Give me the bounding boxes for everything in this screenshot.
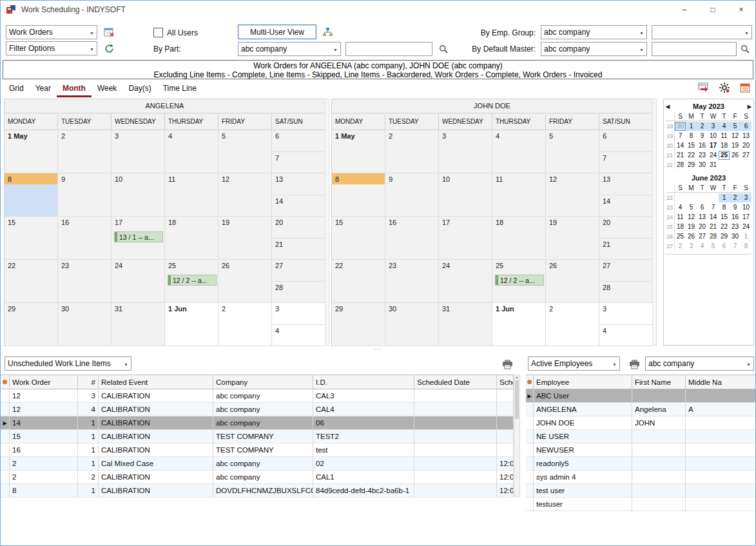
calendar-day-cell[interactable]: 1 May	[5, 130, 58, 173]
print-icon[interactable]	[627, 357, 641, 371]
calendar-day-cell[interactable]: 1713 / 1 -- a...	[111, 217, 165, 260]
mini-calendar-day[interactable]: 16	[730, 213, 741, 222]
calendar-day-cell[interactable]: 14	[272, 195, 325, 217]
calendar-day-cell[interactable]: 10	[439, 173, 492, 217]
mini-calendar-day[interactable]: 8	[741, 242, 751, 251]
maximize-button[interactable]: □	[699, 1, 727, 18]
emp-group-select[interactable]: abc company	[541, 25, 647, 39]
calendar-day-cell[interactable]: 20	[599, 217, 653, 239]
mini-calendar-day[interactable]: 22	[686, 151, 697, 160]
table-row[interactable]: test user	[526, 484, 756, 498]
mini-calendar-day[interactable]: 2	[697, 122, 708, 131]
mini-calendar-day[interactable]: 4	[697, 242, 708, 251]
mini-calendar-day[interactable]: 20	[741, 141, 751, 150]
table-row[interactable]: testuser	[526, 498, 756, 511]
mini-calendar-day[interactable]: 2	[675, 242, 686, 251]
emp-group-secondary-select[interactable]	[652, 25, 752, 39]
calendar-day-cell[interactable]: 22	[332, 260, 385, 303]
mini-calendar-day[interactable]: 22	[719, 222, 730, 231]
mini-calendar-day[interactable]: 1	[741, 232, 751, 241]
mini-calendar-day[interactable]: 8	[719, 203, 730, 212]
calendar-day-cell[interactable]: 23	[58, 260, 111, 303]
line-items-filter-select[interactable]: Unscheduled Work Line Items	[5, 356, 131, 371]
calendar-day-cell[interactable]: 30	[385, 303, 439, 346]
multi-user-chart-icon[interactable]	[320, 25, 334, 39]
calendar-day-cell[interactable]: 1 May	[332, 130, 385, 173]
calendar-schedule-icon[interactable]	[102, 25, 116, 39]
calendar-day-cell[interactable]: 24	[439, 260, 492, 303]
column-header[interactable]: #	[78, 375, 99, 389]
minimize-button[interactable]: –	[670, 1, 699, 18]
default-master-select[interactable]: abc company	[541, 42, 647, 56]
calendar-day-cell[interactable]: 5	[218, 130, 272, 173]
mini-calendar-day[interactable]: 19	[686, 222, 697, 231]
calendar-day-cell[interactable]: 21	[272, 239, 325, 260]
mini-calendar-day[interactable]: 17	[741, 213, 751, 222]
multi-user-view-button[interactable]: Multi-User View	[238, 24, 316, 39]
calendar-day-cell[interactable]: 29	[332, 303, 385, 346]
mini-calendar-day[interactable]: 21	[675, 151, 686, 160]
calendar-day-cell[interactable]: 22	[5, 260, 58, 303]
mini-calendar-day[interactable]: 23	[730, 222, 741, 231]
mini-calendar-day[interactable]: 11	[719, 132, 730, 141]
table-row[interactable]: JOHN DOEJOHN	[526, 416, 756, 430]
calendar-day-cell[interactable]: 11	[492, 173, 546, 217]
calendar-day-cell[interactable]: 5	[546, 130, 599, 173]
column-header[interactable]: I.D.	[313, 375, 414, 389]
table-row[interactable]: 21Cal Mixed Caseabc company0212:00:0	[1, 457, 514, 471]
calendar-day-cell[interactable]: 16	[58, 217, 111, 260]
tab-grid[interactable]: Grid	[3, 81, 30, 97]
settings-gear-icon[interactable]	[719, 83, 730, 93]
calendar-day-cell[interactable]: 18	[165, 217, 218, 260]
calendar-day-cell[interactable]: 26	[546, 260, 599, 303]
mini-calendar-day[interactable]: 12	[686, 213, 697, 222]
filter-options-select[interactable]: Filter Options	[6, 41, 97, 55]
calendar-day-cell[interactable]: 3	[272, 303, 325, 325]
horizontal-splitter[interactable]: ···	[1, 347, 755, 354]
calendar-day-cell[interactable]: 9	[385, 173, 439, 217]
event-chip[interactable]: 12 / 2 -- a...	[168, 275, 217, 286]
view-mode-select[interactable]: Work Orders	[6, 25, 97, 39]
calendar-day-cell[interactable]: 1 Jun	[492, 303, 546, 346]
mini-calendar-day[interactable]: 25	[719, 151, 730, 160]
mini-calendar-day[interactable]: 1	[719, 193, 730, 202]
tab-month[interactable]: Month	[57, 81, 92, 97]
mini-calendar-day[interactable]: 31	[708, 161, 719, 170]
calendar-day-cell[interactable]: 6	[272, 130, 325, 152]
default-master-search-input[interactable]	[652, 42, 737, 56]
mini-calendar-day[interactable]: 7	[675, 132, 686, 141]
mini-calendar-day[interactable]: 30	[697, 161, 708, 170]
export-schedule-icon[interactable]	[697, 83, 709, 93]
mini-calendar-day[interactable]: 28	[708, 232, 719, 241]
calendar-day-cell[interactable]: 18	[492, 217, 546, 260]
mini-calendar-day[interactable]: 4	[719, 122, 730, 131]
print-icon[interactable]	[500, 357, 514, 371]
mini-calendar-day[interactable]: 17	[708, 141, 719, 150]
mini-calendar-day[interactable]: 29	[686, 161, 697, 170]
calendar-day-cell[interactable]: 31	[111, 303, 165, 346]
calendar-day-cell[interactable]: 3	[111, 130, 165, 173]
mini-calendar-day[interactable]: 16	[697, 141, 708, 150]
by-part-search-input[interactable]	[345, 42, 432, 56]
by-part-select[interactable]: abc company	[238, 42, 341, 56]
calendar-day-cell[interactable]: 9	[58, 173, 111, 217]
calendar-day-cell[interactable]: 7	[272, 152, 325, 174]
event-chip[interactable]: 12 / 2 -- a...	[495, 275, 544, 286]
mini-calendar-day[interactable]: 5	[708, 242, 719, 251]
calendar-day-cell[interactable]: 21	[599, 239, 653, 260]
calendar-day-cell[interactable]: 15	[5, 217, 58, 260]
mini-calendar-day[interactable]: 5	[730, 122, 741, 131]
column-header[interactable]: Related Event	[99, 375, 213, 389]
mini-calendar-day[interactable]: 19	[730, 141, 741, 150]
tab-week[interactable]: Week	[92, 81, 122, 97]
mini-calendar-day[interactable]: 26	[730, 151, 741, 160]
column-header[interactable]: Company	[213, 375, 313, 389]
calendar-day-cell[interactable]: 12	[546, 173, 599, 217]
mini-calendar-day[interactable]: 21	[708, 222, 719, 231]
calendar-day-cell[interactable]: 4	[272, 325, 325, 347]
mini-calendar-day[interactable]: 10	[741, 203, 751, 212]
table-row[interactable]: ANGELENAAngelenaA	[526, 403, 756, 416]
calendar-day-cell[interactable]: 2512 / 2 -- a...	[165, 260, 218, 303]
column-header[interactable]: Schec	[497, 375, 514, 389]
mini-calendar-day[interactable]: 5	[686, 203, 697, 212]
